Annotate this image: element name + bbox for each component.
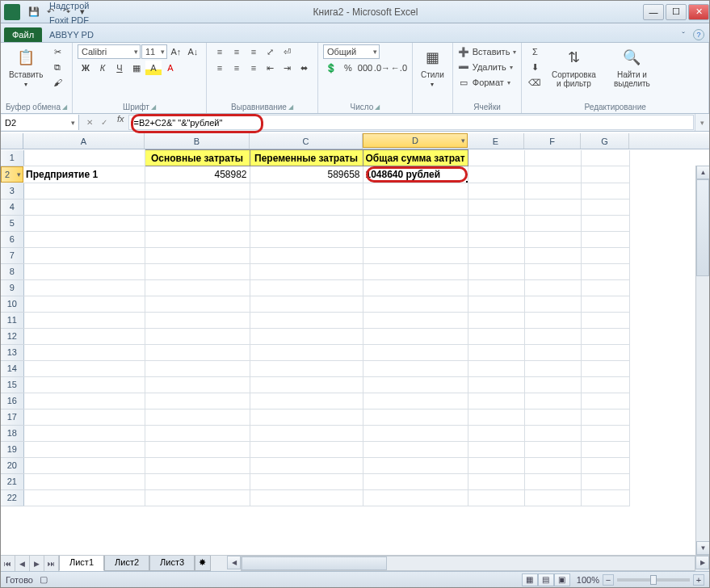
zoom-in-icon[interactable]: +: [693, 574, 704, 586]
cell-F17[interactable]: [524, 409, 581, 425]
decrease-decimal-icon[interactable]: ←.0: [391, 61, 407, 75]
row-header[interactable]: 14: [1, 360, 23, 376]
cell-E6[interactable]: [468, 231, 524, 247]
zoom-slider[interactable]: [617, 578, 690, 582]
tab-надстрой[interactable]: Надстрой: [44, 0, 99, 13]
cut-icon[interactable]: ✂: [49, 44, 65, 59]
cell-G17[interactable]: [581, 409, 629, 425]
orientation-icon[interactable]: ⤢: [263, 44, 279, 59]
format-cells-button[interactable]: ▭Формат▾: [458, 75, 517, 90]
cell-F1[interactable]: [524, 150, 581, 166]
cell-G7[interactable]: [581, 247, 629, 263]
cell-E10[interactable]: [468, 296, 524, 312]
underline-button[interactable]: Ч: [111, 61, 128, 75]
minimize-ribbon-icon[interactable]: ˇ: [677, 29, 690, 42]
number-format-select[interactable]: Общий: [323, 44, 380, 59]
cell-A12[interactable]: [23, 328, 145, 344]
tab-abbyy pd[interactable]: ABBYY PD: [44, 27, 99, 42]
cell-B16[interactable]: [145, 393, 250, 409]
cell-E4[interactable]: [468, 199, 524, 215]
cell-F2[interactable]: [524, 166, 581, 183]
cell-E21[interactable]: [468, 473, 524, 489]
cell-D11[interactable]: [363, 312, 468, 328]
cell-D10[interactable]: [363, 296, 468, 312]
cell-D16[interactable]: [363, 393, 468, 409]
cell-B19[interactable]: [145, 441, 250, 457]
row-header[interactable]: 11: [1, 312, 23, 328]
cell-E3[interactable]: [468, 183, 524, 199]
cell-F15[interactable]: [524, 376, 581, 393]
cell-C2[interactable]: 589658: [250, 166, 363, 183]
cell-E17[interactable]: [468, 409, 524, 425]
cell-G11[interactable]: [581, 312, 629, 328]
column-header-B[interactable]: B: [145, 133, 250, 149]
cell-E9[interactable]: [468, 279, 524, 296]
cell-B7[interactable]: [145, 247, 250, 263]
accept-formula-icon[interactable]: ✓: [98, 116, 111, 129]
cell-C8[interactable]: [250, 263, 363, 279]
cell-A10[interactable]: [23, 296, 145, 312]
cell-B17[interactable]: [145, 409, 250, 425]
row-header[interactable]: 8: [1, 263, 23, 279]
cell-A9[interactable]: [23, 279, 145, 296]
cell-C12[interactable]: [250, 328, 363, 344]
cell-F3[interactable]: [524, 183, 581, 199]
cell-D13[interactable]: [363, 344, 468, 360]
row-header[interactable]: 15: [1, 376, 23, 393]
save-icon[interactable]: 💾: [27, 5, 41, 19]
cell-C17[interactable]: [250, 409, 363, 425]
cell-A7[interactable]: [23, 247, 145, 263]
cell-E7[interactable]: [468, 247, 524, 263]
cell-A16[interactable]: [23, 393, 145, 409]
cell-A6[interactable]: [23, 231, 145, 247]
cell-G10[interactable]: [581, 296, 629, 312]
find-select-button[interactable]: 🔍 Найти и выделить: [604, 44, 659, 90]
cell-C22[interactable]: [250, 489, 363, 506]
wrap-text-icon[interactable]: ⏎: [279, 44, 296, 59]
cell-B8[interactable]: [145, 263, 250, 279]
scroll-down-icon[interactable]: ▼: [696, 541, 709, 555]
row-header[interactable]: 1: [1, 150, 23, 166]
autosum-icon[interactable]: Σ: [527, 44, 543, 59]
cell-B3[interactable]: [145, 183, 250, 199]
cell-B18[interactable]: [145, 425, 250, 441]
cell-A2[interactable]: Предприятие 1: [23, 166, 145, 183]
cell-D12[interactable]: [363, 328, 468, 344]
cell-C7[interactable]: [250, 247, 363, 263]
cell-E13[interactable]: [468, 344, 524, 360]
align-left-icon[interactable]: ≡: [212, 61, 228, 75]
cell-A5[interactable]: [23, 215, 145, 231]
cell-E14[interactable]: [468, 360, 524, 376]
cell-C4[interactable]: [250, 199, 363, 215]
cell-A20[interactable]: [23, 457, 145, 473]
align-top-icon[interactable]: ≡: [212, 44, 228, 59]
cell-G15[interactable]: [581, 376, 629, 393]
name-box-dropdown-icon[interactable]: ▾: [71, 119, 75, 127]
cell-D22[interactable]: [363, 489, 468, 506]
increase-font-icon[interactable]: A↑: [168, 44, 184, 59]
row-header[interactable]: 18: [1, 425, 23, 441]
cell-A17[interactable]: [23, 409, 145, 425]
row-header[interactable]: 7: [1, 247, 23, 263]
row-header[interactable]: 10: [1, 296, 23, 312]
vertical-scrollbar[interactable]: ▲ ▼: [695, 166, 709, 555]
row-header[interactable]: 17: [1, 409, 23, 425]
fx-icon[interactable]: fx: [114, 114, 128, 131]
cell-B5[interactable]: [145, 215, 250, 231]
cell-C18[interactable]: [250, 425, 363, 441]
cell-C6[interactable]: [250, 231, 363, 247]
tab-foxit pdf[interactable]: Foxit PDF: [44, 13, 99, 27]
horizontal-scrollbar[interactable]: ◀ ▶: [227, 556, 709, 571]
cell-G16[interactable]: [581, 393, 629, 409]
cell-C13[interactable]: [250, 344, 363, 360]
cell-G14[interactable]: [581, 360, 629, 376]
normal-view-icon[interactable]: ▦: [522, 573, 538, 586]
cell-E20[interactable]: [468, 457, 524, 473]
row-header[interactable]: 20: [1, 457, 23, 473]
page-layout-view-icon[interactable]: ▤: [538, 573, 554, 586]
column-header-A[interactable]: A: [23, 133, 145, 149]
fill-icon[interactable]: ⬇: [527, 60, 543, 74]
formula-input[interactable]: =B2+C2&" "&"рублей": [128, 115, 694, 130]
row-header[interactable]: 6: [1, 231, 23, 247]
cell-D7[interactable]: [363, 247, 468, 263]
